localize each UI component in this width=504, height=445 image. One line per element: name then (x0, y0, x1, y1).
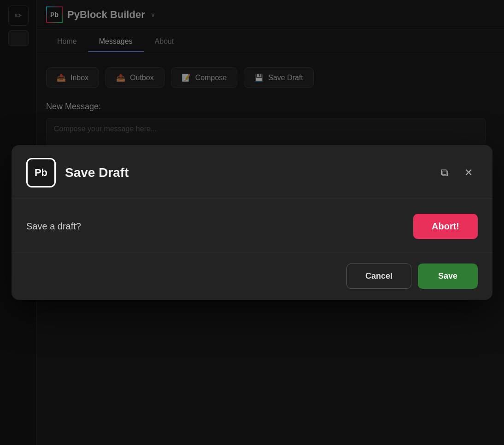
dialog-logo: Pb (26, 158, 56, 187)
dialog-question: Save a draft? (26, 221, 81, 232)
dialog-title: Save Draft (65, 165, 426, 180)
dialog-header: Pb Save Draft ⧉ ✕ (12, 145, 492, 199)
dialog-footer: Cancel Save (12, 252, 492, 300)
abort-button[interactable]: Abort! (413, 214, 478, 239)
save-button[interactable]: Save (418, 263, 478, 289)
dialog-copy-button[interactable]: ⧉ (435, 164, 454, 182)
copy-icon: ⧉ (441, 167, 448, 179)
dialog-logo-text: Pb (35, 167, 47, 179)
save-draft-dialog: Pb Save Draft ⧉ ✕ Save a draft? Abort! C… (12, 145, 492, 300)
dialog-body: Save a draft? Abort! (12, 199, 492, 252)
modal-overlay: Pb Save Draft ⧉ ✕ Save a draft? Abort! C… (0, 0, 504, 445)
cancel-button[interactable]: Cancel (346, 263, 411, 289)
close-icon: ✕ (464, 167, 473, 179)
dialog-close-button[interactable]: ✕ (459, 164, 478, 182)
dialog-header-actions: ⧉ ✕ (435, 164, 478, 182)
